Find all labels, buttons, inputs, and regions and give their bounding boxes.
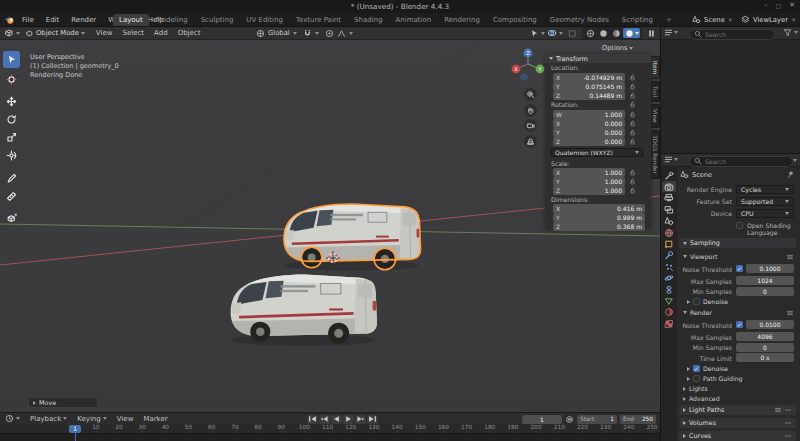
maximize-button[interactable]: □	[775, 2, 781, 9]
shading-rendered-button[interactable]	[623, 28, 640, 38]
show-gizmo-icon[interactable]	[530, 29, 539, 38]
outliner-search[interactable]	[689, 29, 775, 40]
proportional-editing-icon[interactable]	[325, 29, 334, 38]
transform-panel-header[interactable]: Transform	[545, 54, 651, 63]
pause-render-icon[interactable]	[647, 29, 656, 38]
scale-y-field[interactable]: Y1.000	[553, 177, 625, 186]
tool-measure-button[interactable]	[3, 188, 20, 205]
location-x-lock-icon[interactable]	[629, 74, 636, 81]
properties-editor-type-icon[interactable]	[664, 155, 673, 164]
render-max-samples-field[interactable]: 4096	[736, 332, 794, 341]
workspace-tab-rendering[interactable]: Rendering	[438, 14, 486, 26]
proportional-falloff-icon[interactable]	[337, 29, 346, 38]
timeline-menu-marker[interactable]: Marker	[138, 415, 172, 423]
timeline-menu-keying[interactable]: Keying	[72, 415, 112, 423]
add-workspace-button[interactable]: +	[660, 14, 678, 26]
auto-keying-icon[interactable]	[565, 415, 574, 424]
workspace-tab-compositing[interactable]: Compositing	[487, 14, 543, 26]
menu-lines-icon[interactable]	[774, 406, 782, 414]
options-button[interactable]: Options	[602, 44, 633, 52]
nav-toggle-perspective-button[interactable]	[524, 135, 537, 148]
editor-type-icon[interactable]	[4, 28, 14, 38]
navigation-gizmo[interactable]: ZYX	[506, 46, 550, 84]
timeline-editor-icon[interactable]	[5, 414, 14, 423]
scene-selector[interactable]: Scene	[704, 16, 725, 24]
section-curves[interactable]: Curves	[679, 431, 796, 441]
subsection-render[interactable]: Render	[683, 308, 794, 317]
section-light-paths[interactable]: Light Paths	[679, 405, 796, 415]
timeline-ruler[interactable]: 1102030405060708090100110120130140150160…	[0, 424, 660, 433]
outliner-display-mode-icon[interactable]	[664, 28, 673, 37]
location-z-field[interactable]: Z0.14489 m	[553, 91, 625, 100]
dimensions-x-field[interactable]: X0.416 m	[553, 204, 645, 213]
rotation-locks-icon[interactable]	[629, 101, 636, 108]
workspace-tab-sculpting[interactable]: Sculpting	[195, 14, 240, 26]
location-z-lock-icon[interactable]	[629, 92, 636, 99]
tool-rotate-button[interactable]	[3, 111, 20, 128]
rotation-z-lock-icon[interactable]	[629, 138, 636, 145]
workspace-tab-shading[interactable]: Shading	[348, 14, 388, 26]
dots-icon[interactable]	[784, 432, 792, 440]
properties-search[interactable]	[689, 156, 793, 167]
transport-next-keyframe-button[interactable]	[355, 415, 366, 424]
prop-feature-set-dropdown[interactable]: Supported	[736, 197, 794, 206]
properties-search-input[interactable]	[705, 158, 788, 165]
render-min-samples-field[interactable]: 0	[736, 343, 794, 352]
outliner-filter-icon[interactable]	[783, 28, 792, 37]
osl-checkbox[interactable]	[736, 222, 743, 229]
viewport-noise-threshold-checkbox[interactable]: ✓	[736, 265, 743, 272]
nav-camera-view-button[interactable]	[524, 119, 537, 132]
workspace-tab-uv-editing[interactable]: UV Editing	[240, 14, 289, 26]
prop-render-engine-dropdown[interactable]: Cycles	[736, 185, 794, 194]
prop-device-dropdown[interactable]: CPU	[736, 209, 794, 218]
tool-scale-button[interactable]	[3, 129, 20, 146]
scale-z-lock-icon[interactable]	[629, 187, 636, 194]
editor-type-3d-viewport-icon[interactable]	[4, 28, 14, 38]
rotation-w-field[interactable]: W1.000	[553, 110, 625, 119]
menu-lines-icon[interactable]	[786, 309, 794, 317]
viewport-menu-add[interactable]: Add	[149, 29, 173, 37]
mode-selector[interactable]: Object Mode	[36, 29, 79, 37]
location-y-lock-icon[interactable]	[629, 83, 636, 90]
location-y-field[interactable]: Y0.075145 m	[553, 82, 625, 91]
menu-render[interactable]: Render	[65, 16, 102, 24]
view-layer-icon[interactable]	[741, 15, 750, 24]
workspace-tab-layout[interactable]: Layout	[113, 14, 149, 26]
show-overlays-icon[interactable]	[547, 28, 557, 38]
dimensions-y-field[interactable]: Y0.999 m	[553, 213, 645, 222]
npanel-tab-tool[interactable]: Tool	[651, 81, 660, 102]
dimensions-z-field[interactable]: Z0.368 m	[553, 222, 645, 231]
nav-zoom-button[interactable]	[524, 88, 537, 101]
properties-editor-icon[interactable]	[664, 155, 673, 164]
nav-pan-button[interactable]	[524, 104, 537, 117]
tool-annotate-button[interactable]	[3, 170, 20, 187]
menu-edit[interactable]: Edit	[40, 16, 66, 24]
auto-key-icon[interactable]	[565, 415, 574, 424]
proportional-editing-icon[interactable]	[325, 29, 334, 38]
render-noise-threshold-field[interactable]: 0.0100	[746, 320, 794, 329]
rotation-mode-dropdown[interactable]: Quaternion (WXYZ)	[551, 148, 643, 157]
timeline-menu-view[interactable]: View	[112, 415, 139, 423]
workspace-tab-animation[interactable]: Animation	[389, 14, 437, 26]
npanel-tab-view[interactable]: View	[651, 104, 660, 128]
timeline-playhead[interactable]	[75, 432, 76, 441]
workspace-tab-texture-paint[interactable]: Texture Paint	[290, 14, 347, 26]
shading-solid-button[interactable]	[597, 28, 609, 38]
scene-icon[interactable]	[692, 15, 701, 24]
view-layer-selector[interactable]: ViewLayer	[753, 16, 788, 24]
van-selected[interactable]	[284, 204, 421, 271]
rotation-w-lock-icon[interactable]	[629, 111, 636, 118]
transport-jump-end-button[interactable]	[367, 415, 378, 424]
filter-icon[interactable]	[783, 28, 792, 37]
transport-jump-start-button[interactable]	[307, 415, 318, 424]
timeline-tracks[interactable]	[0, 433, 660, 441]
scale-x-field[interactable]: X1.000	[553, 168, 625, 177]
viewport-canvas[interactable]: User Perspective (1) Collection | geomet…	[0, 40, 660, 412]
section-volumes[interactable]: Volumes	[679, 418, 796, 428]
scale-z-field[interactable]: Z1.000	[553, 186, 625, 195]
workspace-tab-modeling[interactable]: Modeling	[150, 14, 194, 26]
snap-magnet-icon[interactable]	[303, 29, 312, 38]
rotation-x-field[interactable]: X0.000	[553, 119, 625, 128]
viewport-min-samples-field[interactable]: 0	[736, 287, 794, 296]
viewport-menu-object[interactable]: Object	[173, 29, 206, 37]
